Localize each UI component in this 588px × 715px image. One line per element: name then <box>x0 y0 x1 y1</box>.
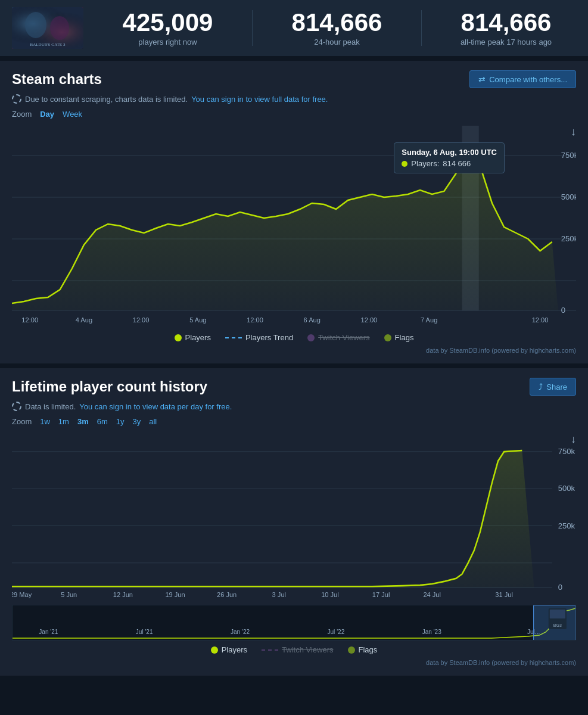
alltime-peak-number: 814,666 <box>436 10 576 35</box>
lifetime-title: Lifetime player count history <box>12 378 207 395</box>
svg-text:0: 0 <box>558 583 562 592</box>
svg-text:500k: 500k <box>558 484 575 493</box>
svg-text:12 Jun: 12 Jun <box>113 591 133 598</box>
lifetime-legend-flags-label: Flags <box>359 645 378 654</box>
lifetime-legend-twitch[interactable]: Twitch Viewers <box>262 645 333 654</box>
compare-button[interactable]: ⇄ Compare with others... <box>469 70 576 88</box>
stat-divider-2 <box>421 10 422 46</box>
legend-players[interactable]: Players <box>175 333 211 342</box>
svg-text:Jul '22: Jul '22 <box>328 629 345 635</box>
legend-trend[interactable]: Players Trend <box>225 333 293 342</box>
svg-text:12:00: 12:00 <box>247 316 263 324</box>
svg-text:500k: 500k <box>561 192 576 201</box>
share-label: Share <box>546 383 567 391</box>
lifetime-zoom-bar: Zoom 1w 1m 3m 6m 1y 3y all <box>12 417 576 426</box>
zoom-1y-button[interactable]: 1y <box>116 417 125 426</box>
stat-24h-peak: 814,666 24-hour peak <box>267 10 407 46</box>
warning-icon <box>12 94 21 104</box>
lifetime-legend-twitch-line <box>262 649 278 651</box>
legend-trend-line <box>225 337 242 338</box>
charts-warning: Due to constant scraping, charts data is… <box>12 94 576 104</box>
svg-text:12:00: 12:00 <box>21 316 38 324</box>
steam-chart-container: ↓ Sunday, 6 Aug, 19:00 UTC Players: 814 … <box>12 126 576 328</box>
signin-link[interactable]: You can sign in to view full data for fr… <box>191 95 328 104</box>
lifetime-warning-text: Data is limited. <box>25 402 76 411</box>
svg-text:750k: 750k <box>561 151 576 160</box>
compare-icon: ⇄ <box>478 74 486 84</box>
svg-text:5 Aug: 5 Aug <box>189 316 206 324</box>
svg-text:24 Jul: 24 Jul <box>423 591 441 598</box>
lifetime-legend-players-label: Players <box>222 645 247 654</box>
legend-flags-label: Flags <box>395 333 414 342</box>
zoom-1m-button[interactable]: 1m <box>58 417 69 426</box>
zoom-bar: Zoom Day Week <box>12 110 576 119</box>
zoom-1w-button[interactable]: 1w <box>40 417 50 426</box>
players-now-label: players right now <box>98 38 238 46</box>
svg-point-3 <box>25 12 46 38</box>
lifetime-legend: Players Twitch Viewers Flags <box>12 645 576 654</box>
zoom-label: Zoom <box>12 110 32 119</box>
alltime-peak-label: all-time peak 17 hours ago <box>436 38 576 46</box>
svg-text:Jul '21: Jul '21 <box>136 629 153 635</box>
download-icon[interactable]: ↓ <box>571 126 576 138</box>
svg-text:4 Aug: 4 Aug <box>76 316 92 324</box>
svg-text:750k: 750k <box>558 447 575 456</box>
svg-text:0: 0 <box>561 306 565 315</box>
legend-players-label: Players <box>185 333 211 342</box>
svg-text:BALDUR'S GATE 3: BALDUR'S GATE 3 <box>30 42 66 47</box>
svg-text:26 Jun: 26 Jun <box>217 591 237 598</box>
lifetime-warning: Data is limited. You can sign in to view… <box>12 402 576 411</box>
svg-text:Jan '21: Jan '21 <box>39 629 58 635</box>
share-icon: ⤴ <box>539 382 543 391</box>
legend-twitch-dot <box>307 334 315 341</box>
lifetime-history-section: Lifetime player count history ⤴ Share Da… <box>0 368 588 676</box>
steam-charts-title: Steam charts <box>12 71 102 88</box>
lifetime-legend-flags-dot <box>348 646 355 654</box>
zoom-day-button[interactable]: Day <box>40 110 54 119</box>
svg-text:6 Aug: 6 Aug <box>304 316 321 324</box>
svg-rect-47 <box>13 605 575 641</box>
svg-text:7 Aug: 7 Aug <box>421 316 437 324</box>
legend-players-dot <box>175 334 182 341</box>
share-button[interactable]: ⤴ Share <box>530 378 576 396</box>
legend-flags[interactable]: Flags <box>384 333 414 342</box>
lifetime-signin-link[interactable]: You can sign in to view data per day for… <box>79 402 232 411</box>
legend-twitch[interactable]: Twitch Viewers <box>307 333 369 342</box>
svg-point-17 <box>465 150 474 158</box>
players-now-number: 425,009 <box>98 10 238 35</box>
game-art: BALDUR'S GATE 3 <box>12 7 83 49</box>
lifetime-download-icon[interactable]: ↓ <box>571 433 576 446</box>
stat-players-now: 425,009 players right now <box>98 10 238 46</box>
svg-text:250k: 250k <box>561 234 576 243</box>
lifetime-legend-twitch-label: Twitch Viewers <box>282 645 333 654</box>
chart-legend: Players Players Trend Twitch Viewers Fla… <box>12 333 576 342</box>
legend-flags-dot <box>384 334 391 341</box>
zoom-all-button[interactable]: all <box>149 417 157 426</box>
zoom-week-button[interactable]: Week <box>63 110 82 119</box>
legend-twitch-label: Twitch Viewers <box>318 333 369 342</box>
zoom-6m-button[interactable]: 6m <box>97 417 108 426</box>
24h-peak-label: 24-hour peak <box>267 38 407 46</box>
svg-point-4 <box>50 16 69 40</box>
24h-peak-number: 814,666 <box>267 10 407 35</box>
compare-label: Compare with others... <box>489 75 567 84</box>
svg-text:12:00: 12:00 <box>361 316 378 324</box>
warning-text: Due to constant scraping, charts data is… <box>25 95 188 104</box>
lifetime-chart-container: ↓ 750k 500k 250k 0 <box>12 433 576 600</box>
svg-rect-56 <box>550 610 565 618</box>
zoom-3y-button[interactable]: 3y <box>133 417 141 426</box>
mini-navigator[interactable]: Jan '21 Jul '21 Jan '22 Jul '22 Jan '23 … <box>12 605 576 641</box>
svg-text:29 May: 29 May <box>12 591 32 598</box>
lifetime-header: Lifetime player count history ⤴ Share <box>12 378 576 396</box>
steam-charts-section: Steam charts ⇄ Compare with others... Du… <box>0 61 588 363</box>
svg-text:Jan '23: Jan '23 <box>422 629 441 635</box>
lifetime-legend-flags[interactable]: Flags <box>348 645 378 654</box>
svg-text:250k: 250k <box>558 521 575 530</box>
lifetime-legend-players-dot <box>211 646 218 654</box>
lifetime-chart-svg: 750k 500k 250k 0 29 May 5 Jun 12 Jun 19 … <box>12 433 576 600</box>
steam-charts-credit: data by SteamDB.info (powered by highcha… <box>12 347 576 354</box>
lifetime-legend-players[interactable]: Players <box>211 645 247 654</box>
lifetime-credit: data by SteamDB.info (powered by highcha… <box>12 659 576 666</box>
stat-divider-1 <box>252 10 253 46</box>
zoom-3m-button[interactable]: 3m <box>77 417 89 426</box>
